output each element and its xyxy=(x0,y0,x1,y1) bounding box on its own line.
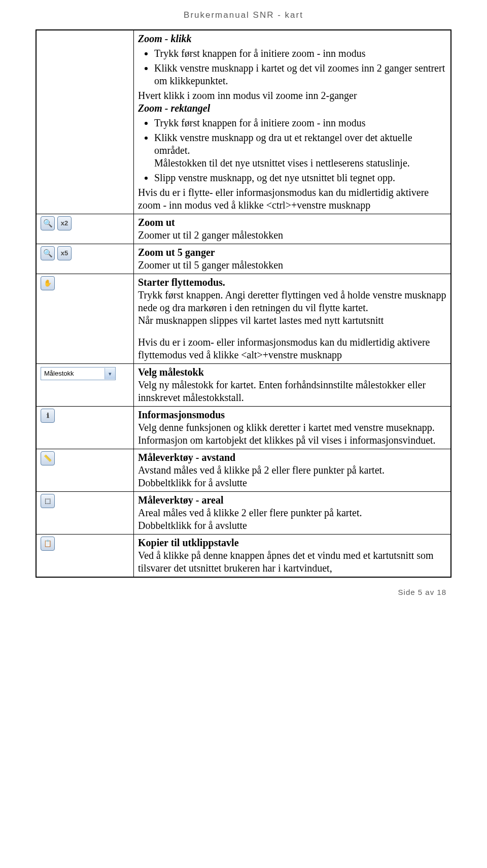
area-icon[interactable]: ⬚ xyxy=(41,494,55,508)
icon-cell-pan: ✋ xyxy=(36,274,134,364)
table-row: 🔍 x5 Zoom ut 5 ganger Zoomer ut til 5 ga… xyxy=(36,244,451,274)
cell-malestokk: Velg målestokk Velg ny målestokk for kar… xyxy=(134,364,451,407)
icon-cell-measure-distance: 📏 xyxy=(36,449,134,492)
table-row: 📋 Kopier til utklippstavle Ved å klikke … xyxy=(36,535,451,578)
table-row: ✋ Starter flyttemodus. Trykk først knapp… xyxy=(36,274,451,364)
cell-zoom-ut: Zoom ut Zoomer ut til 2 ganger målestokk… xyxy=(134,214,451,244)
paragraph: Dobbeltklikk for å avslutte xyxy=(138,477,247,488)
cell-zoom-ut5: Zoom ut 5 ganger Zoomer ut til 5 ganger … xyxy=(134,244,451,274)
zoom-out-5x-icon[interactable]: 🔍 xyxy=(41,246,55,260)
list-item: Klikk venstre musknapp og dra ut et rekt… xyxy=(154,131,446,170)
icon-cell-info: ℹ xyxy=(36,407,134,449)
cell-kopier: Kopier til utklippstavle Ved å klikke på… xyxy=(134,535,451,578)
page-footer: Side 5 av 18 xyxy=(36,588,451,596)
heading-zoom-ut5: Zoom ut 5 ganger xyxy=(138,247,215,258)
heading-flytte: Starter flyttemodus. xyxy=(138,277,225,288)
heading-malestokk: Velg målestokk xyxy=(138,366,204,378)
scale-dropdown[interactable]: Målestokk ▾ xyxy=(41,367,116,380)
zoom-out-2x-icon[interactable]: 🔍 xyxy=(41,216,55,230)
heading-avstand: Måleverktøy - avstand xyxy=(138,452,235,463)
list-item: Klikk venstre musknapp i kartet og det v… xyxy=(154,62,446,87)
table-row: Målestokk ▾ Velg målestokk Velg ny måles… xyxy=(36,364,451,407)
x5-icon[interactable]: x5 xyxy=(57,246,72,260)
paragraph: Avstand måles ved å klikke på 2 eller fl… xyxy=(138,464,385,476)
cell-flytte: Starter flyttemodus. Trykk først knappen… xyxy=(134,274,451,364)
table-row: 📏 Måleverktøy - avstand Avstand måles ve… xyxy=(36,449,451,492)
hand-icon[interactable]: ✋ xyxy=(41,276,55,290)
paragraph: Informasjon om kartobjekt det klikkes på… xyxy=(138,435,436,446)
copy-icon[interactable]: 📋 xyxy=(41,537,55,551)
paragraph: Trykk først knappen. Angi deretter flytt… xyxy=(138,289,446,313)
cell-zoom-klikk: Zoom - klikk Trykk først knappen for å i… xyxy=(134,30,451,214)
heading-areal: Måleverktøy - areal xyxy=(138,494,223,506)
paragraph: Ved å klikke på denne knappen åpnes det … xyxy=(138,550,434,574)
table-row: ℹ Informasjonsmodus Velg denne funksjone… xyxy=(36,407,451,449)
heading-kopier: Kopier til utklippstavle xyxy=(138,537,239,548)
page-header: Brukermanual SNR - kart xyxy=(36,10,451,20)
ruler-icon[interactable]: 📏 xyxy=(41,451,55,465)
list-item: Trykk først knappen for å initiere zoom … xyxy=(154,47,446,60)
cell-areal: Måleverktøy - areal Areal måles ved å kl… xyxy=(134,492,451,535)
cell-avstand: Måleverktøy - avstand Avstand måles ved … xyxy=(134,449,451,492)
icon-cell-copy: 📋 xyxy=(36,535,134,578)
paragraph: Velg ny målestokk for kartet. Enten forh… xyxy=(138,379,426,403)
paragraph: Hvis du er i flytte- eller informasjonsm… xyxy=(138,186,446,212)
paragraph: Dobbeltklikk for å avslutte xyxy=(138,520,247,531)
chevron-down-icon: ▾ xyxy=(105,368,115,379)
heading-zoom-ut: Zoom ut xyxy=(138,217,175,228)
table-row: ⬚ Måleverktøy - areal Areal måles ved å … xyxy=(36,492,451,535)
table-row: Zoom - klikk Trykk først knappen for å i… xyxy=(36,30,451,214)
icon-cell-empty xyxy=(36,30,134,214)
list-item: Trykk først knappen for å initiere zoom … xyxy=(154,117,446,129)
paragraph: Når musknappen slippes vil kartet lastes… xyxy=(138,315,384,326)
page: Brukermanual SNR - kart Zoom - klikk Try… xyxy=(0,0,487,617)
icon-cell-measure-area: ⬚ xyxy=(36,492,134,535)
table-row: 🔍 x2 Zoom ut Zoomer ut til 2 ganger måle… xyxy=(36,214,451,244)
paragraph: Velg denne funksjonen og klikk deretter … xyxy=(138,422,435,433)
list-item-text: Klikk venstre musknapp og dra ut et rekt… xyxy=(154,132,412,156)
list-item: Slipp venstre musknapp, og det nye utsni… xyxy=(154,172,446,184)
heading-zoom-rektangel: Zoom - rektangel xyxy=(138,102,446,115)
paragraph: Zoomer ut til 5 ganger målestokken xyxy=(138,259,283,271)
dropdown-label: Målestokk xyxy=(44,370,74,378)
icon-cell-zoom-out-2x: 🔍 x2 xyxy=(36,214,134,244)
paragraph: Zoomer ut til 2 ganger målestokken xyxy=(138,229,283,241)
list-item-text: Målestokken til det nye utsnittet vises … xyxy=(154,157,410,169)
help-table: Zoom - klikk Trykk først knappen for å i… xyxy=(36,29,451,578)
paragraph: Hvis du er i zoom- eller informasjonsmod… xyxy=(138,337,430,360)
paragraph: Hvert klikk i zoom inn modus vil zoome i… xyxy=(138,89,446,102)
x2-icon[interactable]: x2 xyxy=(57,216,72,230)
paragraph: Areal måles ved å klikke 2 eller flere p… xyxy=(138,507,362,518)
info-icon[interactable]: ℹ xyxy=(41,409,55,423)
heading-zoom-klikk: Zoom - klikk xyxy=(138,33,192,44)
heading-info: Informasjonsmodus xyxy=(138,409,225,420)
cell-info: Informasjonsmodus Velg denne funksjonen … xyxy=(134,407,451,449)
icon-cell-zoom-out-5x: 🔍 x5 xyxy=(36,244,134,274)
icon-cell-scale: Målestokk ▾ xyxy=(36,364,134,407)
